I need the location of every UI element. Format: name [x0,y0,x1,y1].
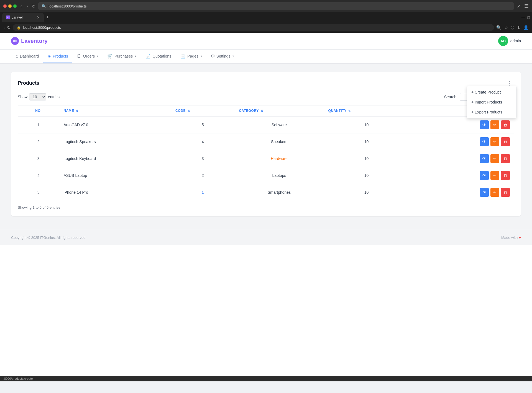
dropdown-menu: + Create Product + Import Products + Exp… [467,86,516,118]
edit-button[interactable]: ✏ [490,137,499,146]
delete-button[interactable]: 🗑 [501,188,510,197]
nav-item-pages[interactable]: 📃 Pages ▾ [176,50,206,63]
back-arrow-button[interactable]: ‹ [3,25,5,30]
nav-item-purchases[interactable]: 🛒 Purchases ▾ [103,50,141,63]
maximize-tab-icon[interactable]: □ [528,15,530,20]
back-button[interactable]: ‹ [19,3,23,9]
search-label: Search: [444,95,457,99]
maximize-window-dot[interactable] [13,4,17,8]
import-products-item[interactable]: + Import Products [467,97,516,107]
cell-quantity: 10 [324,150,409,167]
products-icon: ◈ [48,53,51,59]
profile-icon[interactable]: 👤 [523,25,529,30]
url-bar-actions: 🔍 ☆ ⬡ ⬇ 👤 [496,25,529,30]
expand-icon[interactable]: ↗ [517,3,521,9]
delete-button[interactable]: 🗑 [501,137,510,146]
show-label: Show [18,95,27,99]
view-button[interactable]: 👁 [480,137,489,146]
orders-icon: 🗒 [77,54,81,59]
nav-item-settings[interactable]: ⚙ Settings ▾ [206,50,239,63]
settings-icon: ⚙ [211,53,215,59]
share-icon[interactable]: ⬡ [511,25,514,30]
url-display: localhost:8000/products [23,25,61,30]
settings-chevron-icon: ▾ [232,55,234,58]
category-sort-icon: ⇅ [261,109,263,112]
orders-chevron-icon: ▾ [97,55,98,58]
nav-item-products[interactable]: ◈ Products [43,50,72,63]
cell-code: 5 [171,116,234,133]
cell-code: 3 [171,150,234,167]
close-window-dot[interactable] [3,4,7,8]
address-bar[interactable] [48,4,511,8]
dashboard-icon: ⌂ [16,54,18,59]
reload-button[interactable]: ↻ [32,4,35,9]
brand-icon [11,37,19,45]
new-tab-button[interactable]: + [44,12,51,22]
export-products-item[interactable]: + Export Products [467,107,516,117]
col-code[interactable]: CODE ⇅ [171,105,234,117]
cell-name: ASUS Laptop [59,167,171,184]
edit-button[interactable]: ✏ [490,120,499,129]
cell-actions: 👁 ✏ 🗑 [409,133,514,150]
view-button[interactable]: 👁 [480,171,489,180]
edit-button[interactable]: ✏ [490,188,499,197]
edit-button[interactable]: ✏ [490,154,499,163]
view-button[interactable]: 👁 [480,154,489,163]
star-icon[interactable]: ☆ [504,25,508,30]
browser-tab-active[interactable]: L Laravel ✕ [2,13,44,22]
app-wrapper: Laventory AD admin ⌂ Dashboard ◈ Product… [0,33,532,376]
cell-no: 1 [18,116,59,133]
entries-select[interactable]: 10 25 50 100 [29,93,46,100]
avatar: AD [498,36,508,46]
nav-item-orders[interactable]: 🗒 Orders ▾ [72,50,103,63]
cell-actions: 👁 ✏ 🗑 [409,167,514,184]
minimize-window-dot[interactable] [8,4,12,8]
tab-bar: L Laravel ✕ + — □ [0,12,532,22]
made-with-text: Made with [501,236,518,240]
url-bar[interactable]: 🔒 localhost:8000/products [13,24,494,31]
delete-button[interactable]: 🗑 [501,171,510,180]
nav-label-purchases: Purchases [114,54,133,58]
copyright-text: Copyright © 2025 ITGenius. All rights re… [11,236,86,240]
cell-quantity: 10 [324,133,409,150]
cell-no: 4 [18,167,59,184]
status-url: :8000/products/create [3,377,33,380]
nav-item-quotations[interactable]: 📄 Quotations [141,50,176,63]
cell-category: Hardware [234,150,324,167]
view-button[interactable]: 👁 [480,120,489,129]
col-quantity[interactable]: QUANTITY ⇅ [324,105,409,117]
cell-category: Speakers [234,133,324,150]
app-footer: Copyright © 2025 ITGenius. All rights re… [0,230,532,245]
tab-title: Laravel [12,15,22,19]
forward-button[interactable]: › [26,3,29,9]
create-product-item[interactable]: + Create Product [467,87,516,97]
menu-icon[interactable]: ☰ [524,3,529,9]
pages-icon: 📃 [180,53,186,59]
table-footer: Showing 1 to 5 of 5 entries [18,205,514,210]
col-name[interactable]: NAME ⇅ [59,105,171,117]
code-link[interactable]: 1 [202,190,204,195]
minimize-tab-icon[interactable]: — [521,15,525,20]
table-controls: Show 10 25 50 100 entries Search: [18,93,514,101]
tab-favicon: L [6,15,10,19]
delete-button[interactable]: 🗑 [501,120,510,129]
nav-label-settings: Settings [216,54,231,58]
reload-icon-button[interactable]: ↻ [7,25,11,30]
cell-quantity: 10 [324,184,409,201]
delete-button[interactable]: 🗑 [501,154,510,163]
view-button[interactable]: 👁 [480,188,489,197]
edit-button[interactable]: ✏ [490,171,499,180]
col-category[interactable]: CATEGORY ⇅ [234,105,324,117]
products-card: Products ⋮ + Create Product + Import Pro… [11,72,521,216]
tab-close-button[interactable]: ✕ [37,15,40,20]
cell-name: Logitech Speakers [59,133,171,150]
cell-actions: 👁 ✏ 🗑 [409,116,514,133]
export-products-label: + Export Products [471,110,502,114]
quotations-icon: 📄 [145,53,151,59]
heart-icon: ♥ [519,236,521,240]
products-table: NO. NAME ⇅ CODE ⇅ CATEGORY ⇅ QUANTITY ⇅ … [18,105,514,201]
nav-item-dashboard[interactable]: ⌂ Dashboard [11,50,43,63]
address-bar-container[interactable]: 🔍 [38,2,514,10]
download-icon[interactable]: ⬇ [517,25,521,30]
cell-no: 5 [18,184,59,201]
